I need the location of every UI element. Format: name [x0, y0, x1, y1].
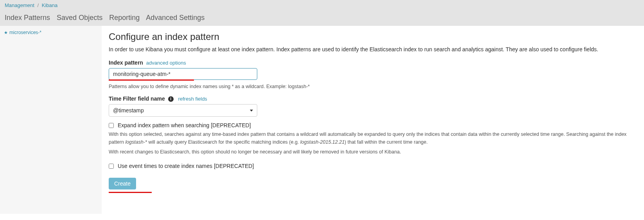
expand-index-label: Expand index pattern when searching [DEP… [118, 122, 251, 128]
index-pattern-help: Patterns allow you to define dynamic ind… [109, 84, 637, 89]
expand-help-text-2: With recent changes to Elasticsearch, th… [109, 148, 637, 156]
index-pattern-label: Index pattern [109, 60, 143, 66]
info-icon[interactable]: i [168, 96, 174, 102]
section-tabs: Index Patterns Saved Objects Reporting A… [0, 11, 644, 26]
time-filter-label: Time Filter field name [109, 96, 165, 102]
create-button[interactable]: Create [109, 178, 136, 189]
sidebar-item-label: microservices-* [9, 30, 41, 35]
time-filter-value: @timestamp [113, 107, 144, 114]
annotation-underline-button [109, 192, 152, 193]
tab-index-patterns[interactable]: Index Patterns [5, 14, 50, 22]
sidebar: ★ microservices-* [0, 26, 102, 214]
refresh-fields-link[interactable]: refresh fields [178, 96, 207, 102]
main-content: Configure an index pattern In order to u… [102, 26, 644, 214]
breadcrumb-separator: / [38, 2, 39, 8]
expand-index-checkbox[interactable] [109, 123, 114, 128]
chevron-down-icon [250, 110, 253, 112]
tab-saved-objects[interactable]: Saved Objects [57, 14, 102, 22]
star-icon: ★ [4, 30, 8, 35]
page-intro: In order to use Kibana you must configur… [109, 46, 637, 52]
breadcrumb-bar: Management / Kibana [0, 0, 644, 11]
annotation-underline [109, 79, 194, 81]
tab-reporting[interactable]: Reporting [109, 14, 140, 22]
page-title: Configure an index pattern [109, 31, 637, 42]
breadcrumb-root[interactable]: Management [5, 2, 34, 8]
breadcrumb-current[interactable]: Kibana [42, 2, 57, 8]
event-times-label: Use event times to create index names [D… [118, 163, 254, 169]
event-times-checkbox[interactable] [109, 164, 114, 169]
advanced-options-link[interactable]: advanced options [146, 60, 186, 66]
sidebar-item-index-pattern[interactable]: ★ microservices-* [0, 28, 102, 37]
index-pattern-input[interactable] [109, 68, 257, 80]
expand-help-text-1: With this option selected, searches agai… [109, 131, 637, 146]
time-filter-select[interactable]: @timestamp [109, 104, 257, 117]
tab-advanced-settings[interactable]: Advanced Settings [146, 14, 205, 22]
